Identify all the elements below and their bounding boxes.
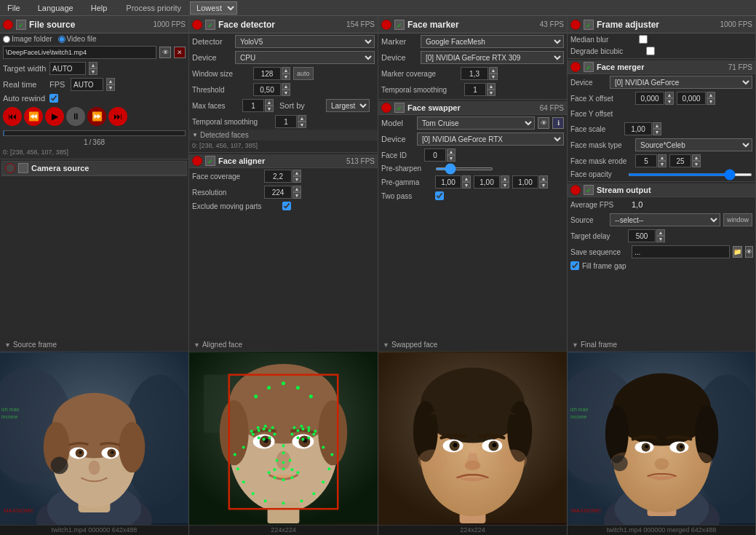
face-x-up1[interactable]: ▲: [665, 92, 674, 98]
resolution-up[interactable]: ▲: [293, 186, 301, 192]
face-mask-erode-down[interactable]: ▼: [658, 161, 667, 167]
marker-temporal-down[interactable]: ▼: [487, 90, 496, 96]
median-blur-checkbox[interactable]: [639, 35, 648, 44]
face-swapper-power-btn[interactable]: [381, 103, 391, 113]
face-marker-check-btn[interactable]: ✓: [394, 20, 405, 30]
face-opacity-slider[interactable]: [628, 173, 752, 176]
auto-btn[interactable]: auto: [293, 67, 314, 80]
frame-adjuster-power-btn[interactable]: [570, 20, 581, 30]
face-x-offset-input2[interactable]: [677, 92, 706, 105]
timeline-bar[interactable]: [3, 130, 186, 136]
merger-device-select[interactable]: [0] NVIDIA GeForce: [610, 76, 752, 89]
max-faces-input[interactable]: [242, 99, 264, 112]
step-fwd-btn[interactable]: ⏩: [87, 107, 106, 126]
face-aligner-check-btn[interactable]: ✓: [205, 156, 215, 166]
exclude-moving-checkbox[interactable]: [282, 202, 291, 210]
camera-check-btn[interactable]: [18, 163, 28, 173]
camera-power-btn[interactable]: [5, 163, 15, 173]
model-select[interactable]: Tom Cruise: [417, 116, 535, 130]
target-delay-up[interactable]: ▲: [656, 229, 665, 236]
face-scale-up[interactable]: ▲: [653, 122, 661, 129]
face-scale-input[interactable]: [624, 122, 652, 135]
window-size-up[interactable]: ▲: [282, 67, 290, 74]
target-width-down[interactable]: ▼: [89, 68, 98, 75]
pre-gamma-down3[interactable]: ▼: [539, 182, 548, 189]
pre-sharpen-slider[interactable]: [435, 167, 493, 170]
pre-gamma-input3[interactable]: [512, 175, 538, 189]
file-close-btn[interactable]: ✕: [174, 47, 186, 58]
sort-by-select[interactable]: Largest: [326, 99, 370, 112]
face-x-down2[interactable]: ▼: [707, 98, 715, 105]
threshold-down[interactable]: ▼: [282, 90, 290, 96]
detected-faces-section[interactable]: ▼ Detected faces: [189, 130, 378, 140]
max-faces-down[interactable]: ▼: [265, 106, 274, 112]
degrade-bicubic-checkbox[interactable]: [646, 47, 655, 55]
fps-auto-input[interactable]: [71, 78, 103, 91]
save-folder-btn[interactable]: 📁: [733, 246, 742, 258]
marker-coverage-up[interactable]: ▲: [489, 67, 498, 74]
face-mask-type-select[interactable]: Source*Celeb: [635, 138, 752, 151]
stream-output-check-btn[interactable]: ✓: [584, 185, 594, 195]
step-back-btn[interactable]: ⏪: [24, 107, 43, 126]
face-coverage-down[interactable]: ▼: [293, 176, 301, 183]
face-id-up[interactable]: ▲: [447, 148, 455, 155]
pre-gamma-down2[interactable]: ▼: [501, 182, 509, 189]
file-source-check-btn[interactable]: ✓: [16, 20, 26, 30]
resolution-input[interactable]: [264, 186, 292, 199]
stream-output-power-btn[interactable]: [570, 185, 581, 195]
temp-smoothing-down[interactable]: ▼: [298, 122, 306, 128]
auto-rewind-checkbox[interactable]: [49, 94, 58, 103]
face-coverage-input[interactable]: [264, 170, 292, 183]
detector-select[interactable]: YoloV5: [235, 35, 375, 48]
marker-select[interactable]: Google FaceMesh: [421, 35, 564, 48]
device-select[interactable]: CPU: [235, 51, 375, 64]
window-size-input[interactable]: [253, 67, 281, 80]
target-width-up[interactable]: ▲: [89, 62, 98, 68]
fps-up[interactable]: ▲: [106, 78, 115, 84]
face-x-offset-input1[interactable]: [635, 92, 664, 105]
play-btn[interactable]: ▶: [45, 107, 64, 126]
face-merger-power-btn[interactable]: [570, 62, 581, 72]
swapper-device-select[interactable]: [0] NVIDIA GeForce RTX: [417, 132, 564, 146]
face-marker-power-btn[interactable]: [381, 20, 391, 30]
file-path-input[interactable]: \DeepFaceLive\twitch1.mp4: [3, 46, 156, 59]
pre-gamma-up3[interactable]: ▲: [539, 175, 548, 182]
temp-smoothing-up[interactable]: ▲: [298, 115, 306, 122]
marker-temporal-input[interactable]: [464, 83, 486, 96]
pre-gamma-up1[interactable]: ▲: [462, 175, 471, 182]
resolution-down[interactable]: ▼: [293, 192, 301, 199]
face-mask-blur-up[interactable]: ▲: [692, 154, 701, 161]
video-file-radio-label[interactable]: Video file: [58, 35, 97, 43]
skip-end-btn[interactable]: ⏭: [108, 107, 127, 126]
window-size-down[interactable]: ▼: [282, 74, 290, 80]
menu-file[interactable]: File: [3, 2, 25, 14]
face-mask-erode-up[interactable]: ▲: [658, 154, 667, 161]
save-eye-btn[interactable]: 👁: [745, 246, 753, 258]
fps-down[interactable]: ▼: [106, 84, 115, 91]
face-x-down1[interactable]: ▼: [665, 98, 674, 105]
video-file-radio[interactable]: [58, 36, 65, 43]
temp-smoothing-input[interactable]: [275, 115, 297, 128]
face-coverage-up[interactable]: ▲: [293, 170, 301, 176]
face-detector-power-btn[interactable]: [192, 20, 202, 30]
marker-coverage-input[interactable]: [461, 67, 488, 80]
menu-help[interactable]: Help: [87, 2, 112, 14]
pre-gamma-input1[interactable]: [435, 175, 461, 189]
pre-gamma-input2[interactable]: [474, 175, 500, 189]
target-delay-down[interactable]: ▼: [656, 236, 665, 242]
face-swapper-check-btn[interactable]: ✓: [394, 103, 405, 113]
face-mask-blur-input[interactable]: [669, 154, 691, 167]
max-faces-up[interactable]: ▲: [265, 99, 274, 106]
face-id-down[interactable]: ▼: [447, 155, 455, 162]
model-eye-btn[interactable]: 👁: [538, 117, 549, 129]
file-source-power-btn[interactable]: [3, 20, 13, 30]
file-eye-btn[interactable]: 👁: [159, 47, 171, 58]
pre-gamma-down1[interactable]: ▼: [462, 182, 471, 189]
two-pass-checkbox[interactable]: [435, 191, 444, 200]
face-mask-erode-input[interactable]: [635, 154, 657, 167]
face-merger-check-btn[interactable]: ✓: [584, 62, 594, 72]
window-btn[interactable]: window: [723, 213, 752, 226]
image-folder-radio[interactable]: [3, 36, 10, 43]
menu-language[interactable]: Language: [33, 2, 78, 14]
frame-adjuster-check-btn[interactable]: ✓: [584, 20, 594, 30]
